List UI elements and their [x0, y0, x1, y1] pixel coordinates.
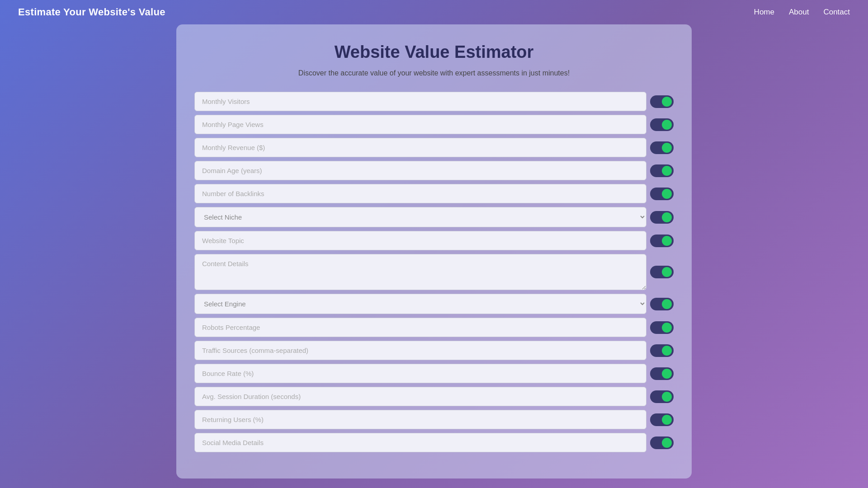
returning-users-toggle[interactable] [650, 413, 674, 426]
form-row-social-media-details [194, 433, 674, 452]
form-row-select-engine: Select EngineGoogleBingYahooDuckDuckGoOt… [194, 294, 674, 314]
form-row-avg-session-duration [194, 387, 674, 406]
traffic-sources-toggle[interactable] [650, 344, 674, 357]
select-engine-select[interactable]: Select EngineGoogleBingYahooDuckDuckGoOt… [194, 294, 646, 314]
monthly-page-views-input[interactable] [194, 115, 646, 134]
social-media-details-toggle-knob [662, 438, 672, 448]
domain-age-toggle-knob [662, 166, 672, 176]
form-row-monthly-page-views [194, 115, 674, 134]
form-row-returning-users [194, 410, 674, 429]
nav-home[interactable]: Home [754, 8, 774, 17]
website-topic-toggle-knob [662, 236, 672, 246]
number-of-backlinks-toggle[interactable] [650, 188, 674, 200]
form-row-number-of-backlinks [194, 184, 674, 203]
robots-percentage-toggle-knob [662, 323, 672, 333]
content-details-toggle-knob [662, 267, 672, 277]
select-engine-toggle[interactable] [650, 298, 674, 310]
form-row-domain-age [194, 161, 674, 180]
select-niche-select[interactable]: Select NicheTechnologyFinanceHealthEduca… [194, 207, 646, 227]
returning-users-input[interactable] [194, 410, 646, 429]
page-title: Website Value Estimator [194, 42, 674, 62]
monthly-page-views-toggle-knob [662, 120, 672, 130]
monthly-revenue-input[interactable] [194, 138, 646, 157]
bounce-rate-toggle[interactable] [650, 367, 674, 380]
number-of-backlinks-toggle-knob [662, 189, 672, 199]
bounce-rate-input[interactable] [194, 364, 646, 383]
traffic-sources-input[interactable] [194, 341, 646, 360]
robots-percentage-input[interactable] [194, 318, 646, 337]
number-of-backlinks-input[interactable] [194, 184, 646, 203]
avg-session-duration-toggle[interactable] [650, 390, 674, 403]
monthly-visitors-toggle[interactable] [650, 95, 674, 108]
avg-session-duration-input[interactable] [194, 387, 646, 406]
form-row-content-details [194, 254, 674, 290]
main-card: Website Value Estimator Discover the acc… [176, 24, 692, 479]
select-engine-toggle-knob [662, 299, 672, 309]
form-fields: Select NicheTechnologyFinanceHealthEduca… [194, 92, 674, 452]
form-row-monthly-visitors [194, 92, 674, 111]
robots-percentage-toggle[interactable] [650, 321, 674, 334]
monthly-revenue-toggle-knob [662, 143, 672, 153]
navbar: Estimate Your Website's Value Home About… [0, 0, 868, 24]
bounce-rate-toggle-knob [662, 369, 672, 379]
website-topic-toggle[interactable] [650, 235, 674, 247]
nav-about[interactable]: About [789, 8, 809, 17]
form-row-website-topic [194, 231, 674, 250]
returning-users-toggle-knob [662, 415, 672, 425]
form-row-robots-percentage [194, 318, 674, 337]
content-details-textarea[interactable] [194, 254, 646, 290]
form-row-traffic-sources [194, 341, 674, 360]
navbar-brand: Estimate Your Website's Value [18, 6, 165, 18]
traffic-sources-toggle-knob [662, 346, 672, 356]
nav-contact[interactable]: Contact [823, 8, 850, 17]
website-topic-input[interactable] [194, 231, 646, 250]
page-subtitle: Discover the accurate value of your webs… [194, 69, 674, 77]
select-niche-toggle-knob [662, 212, 672, 222]
form-row-select-niche: Select NicheTechnologyFinanceHealthEduca… [194, 207, 674, 227]
monthly-visitors-input[interactable] [194, 92, 646, 111]
social-media-details-toggle[interactable] [650, 436, 674, 449]
avg-session-duration-toggle-knob [662, 392, 672, 402]
navbar-links: Home About Contact [754, 8, 850, 17]
monthly-page-views-toggle[interactable] [650, 118, 674, 131]
social-media-details-input[interactable] [194, 433, 646, 452]
select-niche-toggle[interactable] [650, 211, 674, 224]
content-details-toggle[interactable] [650, 266, 674, 278]
form-row-bounce-rate [194, 364, 674, 383]
monthly-visitors-toggle-knob [662, 97, 672, 107]
form-row-monthly-revenue [194, 138, 674, 157]
domain-age-toggle[interactable] [650, 164, 674, 177]
monthly-revenue-toggle[interactable] [650, 141, 674, 154]
domain-age-input[interactable] [194, 161, 646, 180]
